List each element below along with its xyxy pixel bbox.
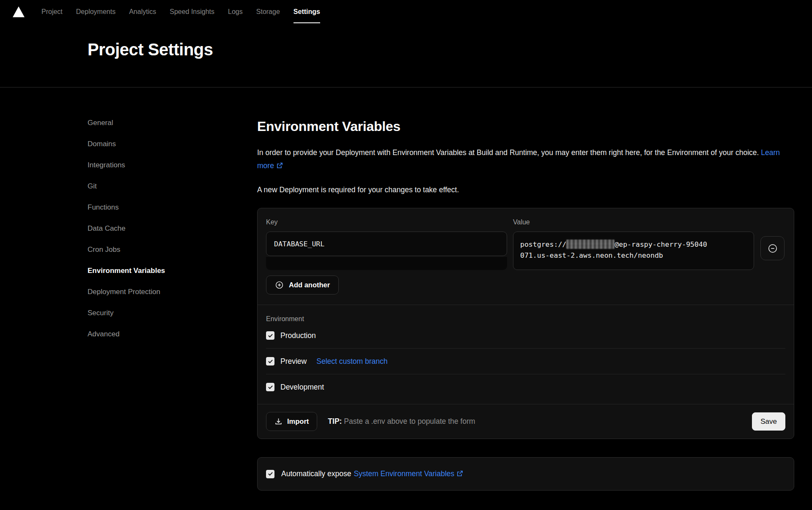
system-env-vars-label: System Environment Variables (354, 469, 454, 478)
sidebar-item-cron-jobs[interactable]: Cron Jobs (88, 245, 120, 254)
nav-tabs: Project Deployments Analytics Speed Insi… (35, 0, 327, 23)
external-link-icon (456, 470, 464, 477)
nav-tab-project[interactable]: Project (35, 0, 69, 23)
sidebar-item-domains[interactable]: Domains (88, 140, 116, 148)
environment-section: Environment Production Preview Select cu… (258, 305, 794, 404)
value-text-line2: 071.us-east-2.aws.neon.tech/neondb (520, 251, 663, 259)
add-another-label: Add another (289, 281, 330, 289)
vercel-logo[interactable] (12, 0, 25, 23)
production-label: Production (280, 331, 316, 340)
nav-tab-settings[interactable]: Settings (287, 0, 327, 23)
nav-tab-analytics[interactable]: Analytics (122, 0, 163, 23)
sidebar-item-integrations[interactable]: Integrations (88, 161, 125, 169)
nav-tab-storage[interactable]: Storage (250, 0, 287, 23)
import-label: Import (287, 417, 309, 425)
page-title: Project Settings (88, 40, 812, 59)
key-label: Key (266, 218, 507, 226)
minus-circle-icon (767, 243, 778, 254)
import-button[interactable]: Import (266, 412, 317, 431)
sidebar-item-git[interactable]: Git (88, 182, 97, 191)
sidebar-item-environment-variables[interactable]: Environment Variables (88, 267, 165, 275)
key-input[interactable] (266, 232, 507, 256)
remove-row-button[interactable] (760, 236, 785, 260)
section-description: In order to provide your Deployment with… (257, 146, 794, 172)
value-text-suffix: @ep-raspy-cherry-95040 (614, 240, 707, 248)
value-input[interactable]: postgres://@ep-raspy-cherry-95040 071.us… (513, 232, 754, 270)
key-value-form: Key Value postgres://@ep-raspy-cherry-95… (258, 208, 794, 305)
env-vars-card: Key Value postgres://@ep-raspy-cherry-95… (257, 208, 794, 439)
card-footer: Import TIP: Paste a .env above to popula… (258, 404, 794, 439)
vercel-triangle-icon (12, 6, 25, 18)
redacted-credentials (566, 240, 614, 249)
download-icon (274, 417, 283, 425)
sidebar-item-deployment-protection[interactable]: Deployment Protection (88, 288, 160, 296)
sidebar-item-functions[interactable]: Functions (88, 203, 119, 212)
auto-expose-checkbox[interactable] (266, 470, 274, 478)
check-icon (268, 385, 273, 390)
tip-text: Paste a .env above to populate the form (342, 417, 475, 425)
sidebar-item-data-cache[interactable]: Data Cache (88, 224, 126, 233)
environment-label: Environment (266, 314, 785, 323)
system-env-vars-link[interactable]: System Environment Variables (354, 469, 464, 478)
page-header: Project Settings (0, 23, 812, 87)
production-checkbox[interactable] (266, 331, 274, 340)
import-tip: TIP: Paste a .env above to populate the … (328, 417, 475, 426)
nav-tab-speed-insights[interactable]: Speed Insights (163, 0, 221, 23)
value-text-prefix: postgres:// (520, 240, 566, 248)
auto-expose-label: Automatically expose (281, 469, 351, 478)
check-icon (268, 359, 273, 364)
content-area: General Domains Integrations Git Functio… (0, 87, 812, 491)
tip-bold: TIP: (328, 417, 342, 425)
nav-tab-logs[interactable]: Logs (221, 0, 250, 23)
env-row-preview: Preview Select custom branch (266, 349, 785, 374)
sidebar-item-advanced[interactable]: Advanced (88, 330, 120, 338)
environment-variables-panel: Environment Variables In order to provid… (257, 119, 794, 491)
system-env-vars-card: Automatically expose System Environment … (257, 457, 794, 491)
check-icon (268, 471, 273, 477)
preview-label: Preview (280, 357, 307, 366)
development-label: Development (280, 383, 324, 392)
env-row-production: Production (266, 323, 785, 348)
nav-tab-deployments[interactable]: Deployments (69, 0, 122, 23)
save-button[interactable]: Save (752, 412, 785, 431)
deployment-note: A new Deployment is required for your ch… (257, 185, 794, 194)
value-label: Value (513, 218, 754, 226)
section-heading: Environment Variables (257, 119, 794, 134)
check-icon (268, 333, 273, 338)
settings-sidebar: General Domains Integrations Git Functio… (88, 119, 257, 491)
plus-circle-icon (275, 281, 284, 289)
add-another-button[interactable]: Add another (266, 275, 339, 295)
development-checkbox[interactable] (266, 383, 274, 391)
env-row-development: Development (266, 374, 785, 400)
sidebar-item-general[interactable]: General (88, 119, 113, 127)
select-custom-branch-link[interactable]: Select custom branch (316, 357, 387, 366)
external-link-icon (276, 162, 283, 169)
top-navigation: Project Deployments Analytics Speed Insi… (0, 0, 812, 23)
description-text: In order to provide your Deployment with… (257, 148, 759, 157)
sidebar-item-security[interactable]: Security (88, 309, 113, 317)
preview-checkbox[interactable] (266, 357, 274, 365)
key-suggestion-panel (266, 257, 507, 270)
